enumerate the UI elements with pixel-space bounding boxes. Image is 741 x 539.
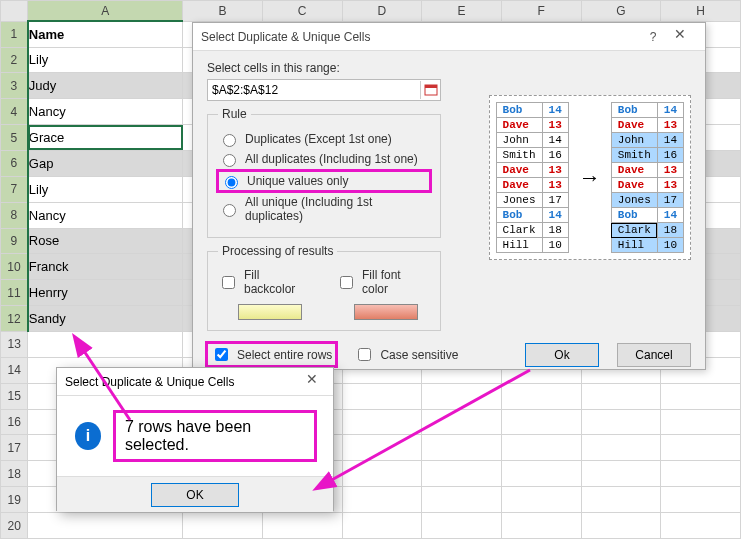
rule-legend: Rule xyxy=(218,107,251,121)
cell[interactable] xyxy=(342,461,422,487)
radio-duplicates-except-1st[interactable]: Duplicates (Except 1st one) xyxy=(218,131,430,147)
cell[interactable] xyxy=(422,487,502,513)
radio-all-unique[interactable]: All unique (Including 1st duplicates) xyxy=(218,195,430,223)
arrow-right-icon: → xyxy=(579,165,601,191)
cell-A9[interactable]: Rose xyxy=(28,228,183,254)
range-input-wrap xyxy=(207,79,441,101)
cell[interactable] xyxy=(581,461,661,487)
backcolor-swatch[interactable] xyxy=(238,304,302,320)
cell[interactable] xyxy=(581,409,661,435)
cell[interactable] xyxy=(581,435,661,461)
cell-A3[interactable]: Judy xyxy=(28,73,183,99)
message-box: Select Duplicate & Unique Cells ✕ i 7 ro… xyxy=(56,367,334,511)
preview-panel: Bob14Dave13John14Smith16Dave13Dave13Jone… xyxy=(489,95,691,260)
cell[interactable] xyxy=(581,513,661,539)
cell[interactable] xyxy=(501,409,581,435)
cell[interactable] xyxy=(422,383,502,409)
range-input[interactable] xyxy=(208,81,420,99)
radio-unique-only[interactable]: Unique values only xyxy=(218,171,430,191)
ok-button[interactable]: Ok xyxy=(525,343,599,367)
cell[interactable] xyxy=(661,513,741,539)
preview-left: Bob14Dave13John14Smith16Dave13Dave13Jone… xyxy=(496,102,569,253)
dialog-title: Select Duplicate & Unique Cells xyxy=(201,30,370,44)
msgbox-ok-button[interactable]: OK xyxy=(151,483,239,507)
cancel-button[interactable]: Cancel xyxy=(617,343,691,367)
cell[interactable] xyxy=(262,513,342,539)
radio-all-duplicates[interactable]: All duplicates (Including 1st one) xyxy=(218,151,430,167)
cell[interactable] xyxy=(342,383,422,409)
cell[interactable] xyxy=(422,513,502,539)
cell-A13[interactable] xyxy=(28,332,183,358)
cell[interactable] xyxy=(342,435,422,461)
cell-A10[interactable]: Franck xyxy=(28,254,183,280)
cell[interactable] xyxy=(661,461,741,487)
msgbox-titlebar: Select Duplicate & Unique Cells ✕ xyxy=(57,368,333,396)
cell[interactable] xyxy=(501,461,581,487)
cell[interactable] xyxy=(422,435,502,461)
cell-A4[interactable]: Nancy xyxy=(28,99,183,125)
msgbox-close-icon[interactable]: ✕ xyxy=(299,371,325,393)
check-select-entire-rows[interactable]: Select entire rows xyxy=(207,343,336,366)
preview-right: Bob14Dave13John14Smith16Dave13Dave13Jone… xyxy=(611,102,684,253)
cell[interactable] xyxy=(342,409,422,435)
cell[interactable] xyxy=(661,383,741,409)
cell[interactable] xyxy=(422,409,502,435)
help-icon[interactable]: ? xyxy=(643,30,663,44)
cell[interactable] xyxy=(661,409,741,435)
fontcolor-swatch[interactable] xyxy=(354,304,418,320)
cell[interactable] xyxy=(501,383,581,409)
cell-A1[interactable]: Name xyxy=(28,21,183,47)
cell[interactable] xyxy=(422,461,502,487)
range-label: Select cells in this range: xyxy=(207,61,691,75)
dialog-titlebar: Select Duplicate & Unique Cells ? ✕ xyxy=(193,23,705,51)
cell[interactable] xyxy=(581,487,661,513)
cell[interactable] xyxy=(183,513,263,539)
cell[interactable] xyxy=(501,435,581,461)
info-icon: i xyxy=(75,422,101,450)
close-icon[interactable]: ✕ xyxy=(663,26,697,48)
check-fill-backcolor[interactable]: Fill backcolor xyxy=(218,268,314,296)
dialog-select-dup-unique: Select Duplicate & Unique Cells ? ✕ Sele… xyxy=(192,22,706,370)
cell-A2[interactable]: Lily xyxy=(28,47,183,73)
cell-A7[interactable]: Lily xyxy=(28,176,183,202)
cell-A6[interactable]: Gap xyxy=(28,150,183,176)
check-fill-fontcolor[interactable]: Fill font color xyxy=(336,268,430,296)
cell-A5[interactable]: Grace xyxy=(28,125,183,151)
cell[interactable] xyxy=(342,513,422,539)
cell[interactable] xyxy=(501,487,581,513)
svg-rect-1 xyxy=(425,85,437,88)
range-picker-icon[interactable] xyxy=(420,81,440,99)
cell[interactable] xyxy=(581,383,661,409)
cell-A11[interactable]: Henrry xyxy=(28,280,183,306)
cell[interactable] xyxy=(661,435,741,461)
cell[interactable] xyxy=(501,513,581,539)
cell-A20[interactable] xyxy=(28,513,183,539)
check-case-sensitive[interactable]: Case sensitive xyxy=(354,345,458,364)
cell[interactable] xyxy=(661,487,741,513)
processing-legend: Processing of results xyxy=(218,244,337,258)
cell-A8[interactable]: Nancy xyxy=(28,202,183,228)
msgbox-title: Select Duplicate & Unique Cells xyxy=(65,375,234,389)
cell-A12[interactable]: Sandy xyxy=(28,306,183,332)
cell[interactable] xyxy=(342,487,422,513)
msgbox-text: 7 rows have been selected. xyxy=(115,412,315,460)
